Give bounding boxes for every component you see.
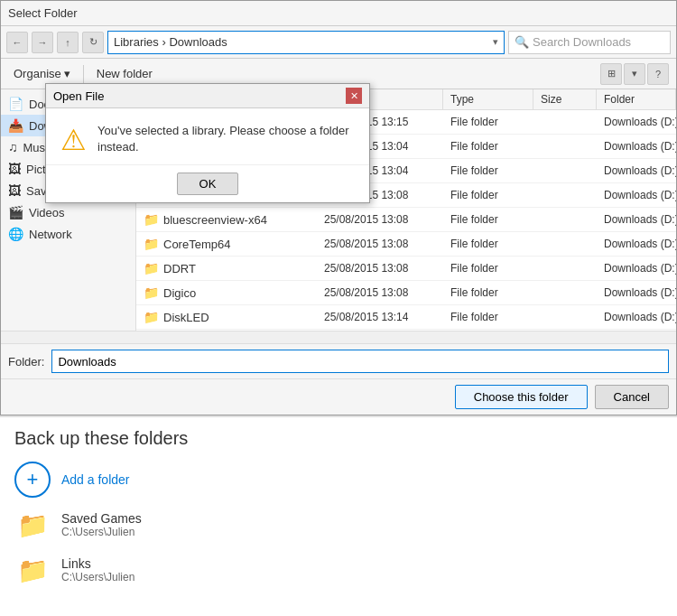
file-folder: Downloads (D:)	[597, 284, 676, 302]
file-name: DiskLED	[163, 311, 209, 324]
backup-saved-games[interactable]: 📁 Saved Games C:\Users\Julien	[14, 507, 663, 543]
col-header-size[interactable]: Size	[533, 89, 597, 109]
alert-title-bar: Open File ✕	[46, 84, 369, 108]
file-size	[533, 192, 597, 198]
folder-input[interactable]	[51, 350, 669, 373]
view-options-button[interactable]: ▾	[624, 63, 645, 85]
cancel-button[interactable]: Cancel	[595, 385, 669, 409]
folder-icon: 📁	[144, 212, 159, 227]
search-icon: 🔍	[515, 35, 529, 49]
help-button[interactable]: ?	[647, 63, 669, 85]
file-modified: 25/08/2015 13:08	[317, 259, 443, 277]
alert-close-button[interactable]: ✕	[346, 88, 362, 104]
address-path[interactable]: Libraries › Downloads ▾	[107, 31, 505, 54]
file-name: CoreTemp64	[163, 238, 230, 251]
file-size	[533, 241, 597, 247]
documents-icon: 📄	[8, 97, 23, 111]
file-name: bluescreenview-x64	[163, 213, 267, 227]
backup-title: Back up these folders	[14, 428, 663, 449]
file-name: Digico	[163, 286, 196, 300]
explorer-window: Select Folder ← → ↑ ↻ Libraries › Downlo…	[0, 0, 677, 415]
up-button[interactable]: ↑	[57, 32, 79, 53]
horizontal-scrollbar[interactable]	[1, 331, 676, 343]
dialog-actions: Choose this folder Cancel	[1, 378, 676, 415]
sidebar-label-network: Network	[29, 228, 72, 241]
file-folder: Downloads (D:)	[597, 235, 676, 253]
forward-button[interactable]: →	[32, 32, 53, 53]
file-folder: Downloads (D:)	[597, 210, 676, 229]
saved-games-path: C:\Users\Julien	[61, 526, 142, 538]
table-row[interactable]: 📁DDRT 25/08/2015 13:08 File folder Downl…	[136, 257, 676, 281]
saved-games-text: Saved Games C:\Users\Julien	[61, 511, 142, 538]
file-folder: Downloads (D:)	[597, 259, 676, 277]
backup-items: + Add a folder 📁 Saved Games C:\Users\Ju…	[14, 462, 663, 588]
file-size	[533, 290, 597, 295]
file-size	[533, 119, 597, 125]
alert-message: You've selected a library. Please choose…	[97, 123, 355, 155]
saved-games-icon: 📁	[14, 507, 51, 543]
window-title: Select Folder	[8, 6, 78, 20]
saved-pictures-icon: 🖼	[8, 183, 21, 198]
links-name: Links	[61, 556, 134, 571]
table-row[interactable]: 📁CoreTemp64 25/08/2015 13:08 File folder…	[136, 232, 676, 257]
back-button[interactable]: ←	[6, 32, 28, 53]
file-folder: Downloads (D:)	[597, 162, 676, 180]
music-icon: ♫	[8, 140, 18, 154]
warning-icon: ⚠	[60, 123, 87, 157]
view-buttons: ⊞ ▾ ?	[600, 63, 669, 85]
alert-dialog: Open File ✕ ⚠ You've selected a library.…	[45, 83, 370, 203]
add-folder-item[interactable]: + Add a folder	[14, 462, 663, 498]
table-row[interactable]: 📁Digico 25/08/2015 13:08 File folder Dow…	[136, 281, 676, 305]
network-icon: 🌐	[8, 227, 23, 241]
new-folder-button[interactable]: New folder	[91, 64, 158, 83]
search-box[interactable]: 🔍 Search Downloads	[508, 31, 671, 54]
links-icon: 📁	[14, 552, 51, 588]
view-toggle-button[interactable]: ⊞	[600, 63, 622, 85]
saved-games-name: Saved Games	[61, 511, 142, 526]
refresh-button[interactable]: ↻	[82, 32, 104, 53]
organise-dropdown-icon: ▾	[64, 67, 70, 80]
path-text: Libraries › Downloads	[114, 35, 227, 49]
file-folder: Downloads (D:)	[597, 113, 676, 131]
file-size	[533, 266, 597, 271]
col-header-type[interactable]: Type	[443, 89, 533, 109]
file-name: DDRT	[163, 262, 196, 275]
folder-icon: 📁	[144, 261, 159, 275]
add-folder-icon: +	[14, 462, 51, 498]
file-modified: 25/08/2015 13:08	[317, 235, 443, 253]
alert-ok-button[interactable]: OK	[177, 173, 239, 195]
file-type: File folder	[443, 259, 533, 277]
choose-folder-button[interactable]: Choose this folder	[455, 385, 588, 409]
downloads-icon: 📥	[8, 118, 23, 133]
folder-icon: 📁	[144, 237, 159, 251]
file-folder: Downloads (D:)	[597, 137, 676, 155]
address-bar-row: ← → ↑ ↻ Libraries › Downloads ▾ 🔍 Search…	[1, 26, 676, 59]
file-type: File folder	[443, 186, 533, 204]
folder-icon: 📁	[144, 285, 159, 300]
search-placeholder: Search Downloads	[533, 35, 631, 49]
file-type: File folder	[443, 308, 533, 326]
toolbar-separator	[83, 65, 84, 83]
col-header-folder[interactable]: Folder	[597, 89, 676, 109]
alert-title: Open File	[53, 89, 104, 103]
file-modified: 25/08/2015 13:08	[317, 284, 443, 302]
folder-row: Folder:	[1, 343, 676, 378]
title-bar: Select Folder	[1, 1, 676, 26]
backup-links[interactable]: 📁 Links C:\Users\Julien	[14, 552, 663, 588]
backup-area: Back up these folders + Add a folder 📁 S…	[0, 415, 677, 616]
file-modified: 25/08/2015 13:08	[317, 210, 443, 229]
table-row[interactable]: 📁DiskLED 25/08/2015 13:14 File folder Do…	[136, 305, 676, 330]
file-size	[533, 144, 597, 149]
path-arrow: ▾	[493, 36, 498, 48]
file-size	[533, 217, 597, 222]
pictures-icon: 🖼	[8, 162, 21, 176]
links-text: Links C:\Users\Julien	[61, 556, 134, 583]
table-row[interactable]: 📁bluescreenview-x64 25/08/2015 13:08 Fil…	[136, 208, 676, 232]
alert-footer: OK	[46, 164, 369, 202]
organise-button[interactable]: Organise ▾	[8, 64, 76, 83]
sidebar-item-videos[interactable]: 🎬 Videos	[1, 201, 135, 223]
sidebar-label-videos: Videos	[29, 206, 65, 219]
new-folder-label: New folder	[97, 67, 153, 80]
file-size	[533, 168, 597, 173]
sidebar-item-network[interactable]: 🌐 Network	[1, 223, 135, 245]
